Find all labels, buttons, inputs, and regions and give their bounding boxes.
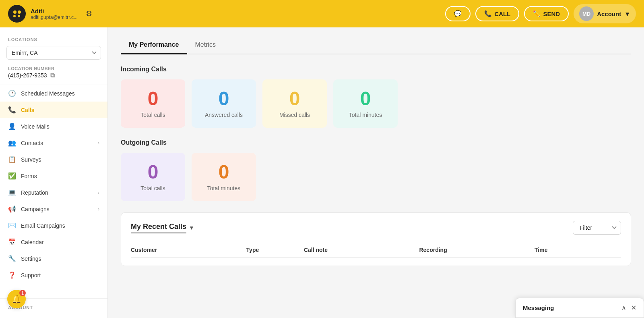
stat-number-missed-calls: 0 (289, 89, 300, 108)
logo-dots (13, 10, 21, 17)
sidebar-item-voice-mails[interactable]: 👤 Voice Mails (0, 118, 107, 135)
gear-icon[interactable]: ⚙ (86, 9, 92, 18)
notification-bell[interactable]: 🔔 1 (7, 290, 26, 308)
dot-2 (18, 10, 21, 14)
stat-label-missed-calls: Missed calls (279, 112, 310, 118)
tab-metrics[interactable]: Metrics (187, 37, 224, 54)
message-icon: 💬 (454, 10, 462, 17)
user-email: aditi.gupta@emitrr.c... (31, 15, 78, 20)
sidebar-item-label-contacts: Contacts (21, 140, 43, 146)
dot-3 (13, 15, 16, 17)
stat-card-missed-calls: 0 Missed calls (262, 79, 327, 128)
sidebar-item-campaigns[interactable]: 📢 Campaigns › (0, 201, 107, 217)
sidebar-item-scheduled-messages[interactable]: 🕐 Scheduled Messages (0, 85, 107, 102)
dot-4 (18, 15, 20, 17)
stat-label-total-calls-in: Total calls (140, 112, 165, 118)
chevron-icon: › (98, 206, 99, 212)
outgoing-calls-cards: 0 Total calls 0 Total minutes (121, 153, 631, 201)
sidebar-item-email-campaigns[interactable]: ✉️ Email Campaigns (0, 217, 107, 234)
sidebar: LOCATIONS Emirrr, CA LOCATION NUMBER (41… (0, 27, 108, 318)
recent-calls-dropdown-icon[interactable]: ▼ (189, 224, 194, 231)
chevron-icon: › (98, 190, 99, 195)
stat-label-total-minutes-in: Total minutes (349, 112, 382, 118)
content-area: My Performance Metrics Incoming Calls 0 … (108, 27, 644, 318)
col-call-note: Call note (304, 247, 419, 253)
sidebar-item-label-calls: Calls (21, 107, 34, 113)
user-info: Aditi aditi.gupta@emitrr.c... (31, 8, 78, 20)
sidebar-item-label-campaigns: Campaigns (21, 206, 50, 212)
recent-calls-header: My Recent Calls ▼ FilterAllIncomingOutgo… (131, 221, 621, 235)
forms-icon: ✅ (8, 172, 16, 180)
account-button[interactable]: MD Account ▼ (574, 4, 636, 23)
location-select[interactable]: Emirrr, CA (6, 46, 101, 60)
incoming-calls-cards: 0 Total calls 0 Answered calls 0 Missed … (121, 79, 631, 128)
email-campaigns-icon: ✉️ (8, 222, 16, 229)
reputation-icon: 💻 (8, 189, 16, 196)
stat-label-total-calls-out: Total calls (140, 185, 165, 191)
bell-icon: 🔔 (12, 294, 22, 304)
calls-icon: 📞 (8, 106, 16, 114)
sidebar-item-label-settings: Settings (21, 256, 41, 262)
top-header: Aditi aditi.gupta@emitrr.c... ⚙ 💬 📞 CALL… (0, 0, 644, 27)
stat-number-answered-calls: 0 (219, 89, 229, 108)
contacts-icon: 👥 (8, 139, 16, 147)
app-logo (8, 5, 26, 23)
send-label: SEND (543, 10, 560, 17)
send-button[interactable]: ✏️ SEND (524, 6, 569, 21)
outgoing-calls-section: Outgoing Calls 0 Total calls 0 Total min… (121, 139, 631, 201)
sidebar-item-label-forms: Forms (21, 173, 37, 179)
sidebar-item-support[interactable]: ❓ Support (0, 267, 107, 283)
settings-icon: 🔧 (8, 255, 16, 262)
messaging-panel: Messaging ∧ ✕ (515, 298, 644, 318)
stat-card-total-calls-out: 0 Total calls (121, 153, 185, 201)
message-button[interactable]: 💬 (445, 6, 471, 21)
voice-mails-icon: 👤 (8, 123, 16, 130)
stat-number-total-calls-in: 0 (148, 89, 159, 108)
sidebar-item-calendar[interactable]: 📅 Calendar (0, 234, 107, 250)
col-type: Type (246, 247, 304, 253)
sidebar-item-label-voice-mails: Voice Mails (21, 123, 50, 130)
stat-label-total-minutes-out: Total minutes (207, 185, 240, 191)
recent-calls-section: My Recent Calls ▼ FilterAllIncomingOutgo… (121, 212, 631, 266)
sidebar-item-label-reputation: Reputation (21, 189, 48, 196)
main-layout: LOCATIONS Emirrr, CA LOCATION NUMBER (41… (0, 27, 644, 318)
copy-icon[interactable]: ⧉ (50, 72, 55, 79)
messaging-title: Messaging (523, 304, 554, 311)
scheduled-messages-icon: 🕐 (8, 89, 16, 97)
sidebar-item-contacts[interactable]: 👥 Contacts › (0, 135, 107, 151)
messaging-close-button[interactable]: ✕ (631, 304, 636, 312)
sidebar-item-label-calendar: Calendar (21, 239, 44, 245)
sidebar-item-calls[interactable]: 📞 Calls (0, 102, 107, 118)
recent-calls-title: My Recent Calls (131, 222, 186, 233)
sidebar-item-label-scheduled-messages: Scheduled Messages (21, 90, 75, 97)
stat-card-total-minutes-in: 0 Total minutes (333, 79, 398, 128)
sidebar-item-forms[interactable]: ✅ Forms (0, 168, 107, 184)
recent-calls-title-row: My Recent Calls ▼ (131, 222, 194, 233)
sidebar-item-reputation[interactable]: 💻 Reputation › (0, 184, 107, 201)
messaging-header: Messaging ∧ ✕ (516, 298, 644, 318)
send-icon: ✏️ (533, 10, 541, 17)
table-header: Customer Type Call note Recording Time (131, 243, 621, 258)
header-right: 💬 📞 CALL ✏️ SEND MD Account ▼ (445, 4, 636, 23)
location-select-wrapper: Emirrr, CA (0, 44, 107, 64)
filter-select[interactable]: FilterAllIncomingOutgoingMissed (573, 221, 621, 235)
stat-card-total-calls-in: 0 Total calls (121, 79, 185, 128)
sidebar-item-surveys[interactable]: 📋 Surveys (0, 151, 107, 168)
tab-my-performance[interactable]: My Performance (121, 37, 187, 54)
messaging-minimize-button[interactable]: ∧ (621, 304, 626, 312)
call-label: CALL (494, 10, 510, 17)
call-button[interactable]: 📞 CALL (475, 6, 519, 21)
nav-items-container: 🕐 Scheduled Messages 📞 Calls 👤 Voice Mai… (0, 85, 107, 283)
location-number-section: LOCATION NUMBER (415)-267-9353 ⧉ (0, 64, 107, 85)
sidebar-item-label-surveys: Surveys (21, 156, 41, 163)
outgoing-calls-title: Outgoing Calls (121, 139, 631, 146)
sidebar-item-settings[interactable]: 🔧 Settings (0, 250, 107, 267)
col-recording: Recording (419, 247, 535, 253)
avatar: MD (579, 6, 594, 21)
sidebar-item-label-support: Support (21, 272, 41, 279)
col-time: Time (535, 247, 621, 253)
header-left: Aditi aditi.gupta@emitrr.c... ⚙ (8, 5, 92, 23)
stat-number-total-minutes-in: 0 (360, 89, 371, 108)
user-name: Aditi (31, 8, 78, 15)
locations-label: LOCATIONS (0, 34, 107, 44)
